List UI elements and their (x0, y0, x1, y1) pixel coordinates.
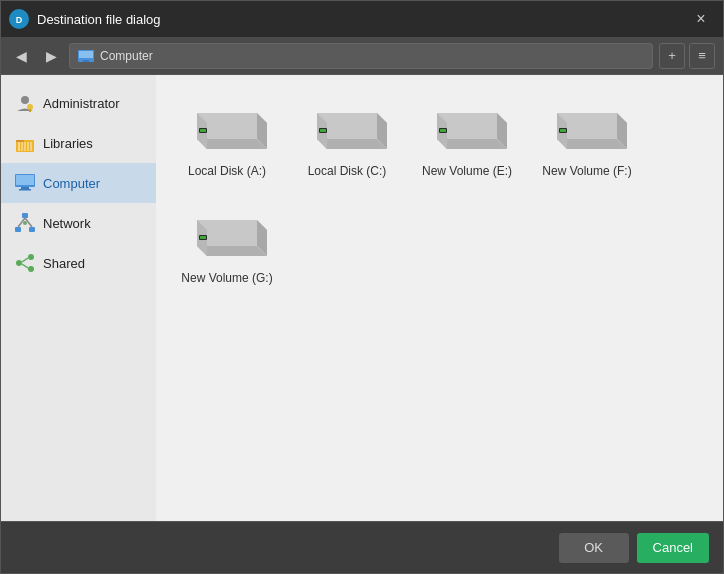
svg-line-29 (22, 258, 28, 262)
svg-marker-41 (317, 139, 387, 149)
ok-button[interactable]: OK (559, 533, 629, 563)
footer: OK Cancel (1, 521, 723, 573)
drive-icon-drive-f (547, 101, 627, 156)
svg-rect-37 (200, 129, 206, 132)
svg-rect-8 (29, 109, 31, 112)
network-icon (15, 213, 35, 233)
libraries-icon (15, 133, 35, 153)
sidebar-label-computer: Computer (43, 176, 100, 191)
add-button[interactable]: + (659, 43, 685, 69)
svg-rect-58 (560, 129, 566, 132)
svg-point-28 (28, 266, 34, 272)
sidebar-item-shared[interactable]: Shared (1, 243, 156, 283)
svg-rect-10 (16, 140, 24, 142)
svg-point-6 (21, 96, 29, 104)
close-button[interactable]: × (687, 5, 715, 33)
svg-rect-51 (440, 129, 446, 132)
svg-rect-3 (83, 60, 89, 62)
back-button[interactable]: ◀ (9, 44, 33, 68)
svg-rect-21 (15, 227, 21, 232)
drive-label-drive-c: Local Disk (C:) (308, 164, 387, 178)
computer-icon (15, 173, 35, 193)
svg-rect-14 (27, 142, 29, 151)
view-button[interactable]: ≡ (689, 43, 715, 69)
sidebar-item-libraries[interactable]: Libraries (1, 123, 156, 163)
svg-marker-62 (197, 246, 267, 256)
title-bar: D Destination file dialog × (1, 1, 723, 37)
cancel-button[interactable]: Cancel (637, 533, 709, 563)
svg-rect-11 (18, 142, 20, 151)
drive-label-drive-g: New Volume (G:) (181, 271, 272, 285)
svg-line-30 (22, 264, 28, 268)
sidebar-label-administrator: Administrator (43, 96, 120, 111)
svg-point-25 (23, 221, 27, 225)
svg-marker-48 (437, 139, 507, 149)
drive-icon-drive-a (187, 101, 267, 156)
drive-icon-drive-g (187, 208, 267, 263)
svg-rect-18 (21, 187, 29, 189)
content-area: Administrator Libraries (1, 75, 723, 521)
admin-icon (15, 93, 35, 113)
drive-item-drive-g[interactable]: New Volume (G:) (172, 198, 282, 295)
sidebar-item-network[interactable]: Network (1, 203, 156, 243)
drive-label-drive-a: Local Disk (A:) (188, 164, 266, 178)
drive-item-drive-f[interactable]: New Volume (F:) (532, 91, 642, 188)
drive-icon-drive-c (307, 101, 387, 156)
address-location: Computer (100, 49, 153, 63)
main-panel: Local Disk (A:) Local Disk (C:) (156, 75, 723, 521)
drive-label-drive-e: New Volume (E:) (422, 164, 512, 178)
svg-text:D: D (16, 15, 23, 25)
svg-rect-15 (30, 142, 32, 151)
sidebar-item-computer[interactable]: Computer (1, 163, 156, 203)
svg-rect-17 (16, 175, 34, 185)
address-bar: ◀ ▶ Computer + ≡ (1, 37, 723, 75)
drive-item-drive-c[interactable]: Local Disk (C:) (292, 91, 402, 188)
svg-marker-34 (197, 139, 267, 149)
svg-rect-44 (320, 129, 326, 132)
shared-icon (15, 253, 35, 273)
svg-rect-22 (29, 227, 35, 232)
sidebar-label-network: Network (43, 216, 91, 231)
sidebar: Administrator Libraries (1, 75, 156, 521)
drive-icon-drive-e (427, 101, 507, 156)
sidebar-item-administrator[interactable]: Administrator (1, 83, 156, 123)
svg-rect-19 (19, 189, 31, 191)
drive-item-drive-a[interactable]: Local Disk (A:) (172, 91, 282, 188)
title-bar-icon: D (9, 9, 29, 29)
dialog-window: D Destination file dialog × ◀ ▶ Computer… (0, 0, 724, 574)
svg-rect-5 (79, 51, 93, 58)
drive-label-drive-f: New Volume (F:) (542, 164, 631, 178)
toolbar-buttons: + ≡ (659, 43, 715, 69)
address-pill[interactable]: Computer (69, 43, 653, 69)
sidebar-label-libraries: Libraries (43, 136, 93, 151)
svg-rect-65 (200, 236, 206, 239)
drive-item-drive-e[interactable]: New Volume (E:) (412, 91, 522, 188)
svg-point-27 (16, 260, 22, 266)
dialog-title: Destination file dialog (37, 12, 687, 27)
forward-button[interactable]: ▶ (39, 44, 63, 68)
svg-rect-13 (24, 142, 26, 151)
svg-rect-12 (21, 142, 23, 151)
svg-marker-55 (557, 139, 627, 149)
sidebar-label-shared: Shared (43, 256, 85, 271)
computer-icon-address (78, 50, 94, 62)
svg-point-26 (28, 254, 34, 260)
svg-rect-20 (22, 213, 28, 218)
